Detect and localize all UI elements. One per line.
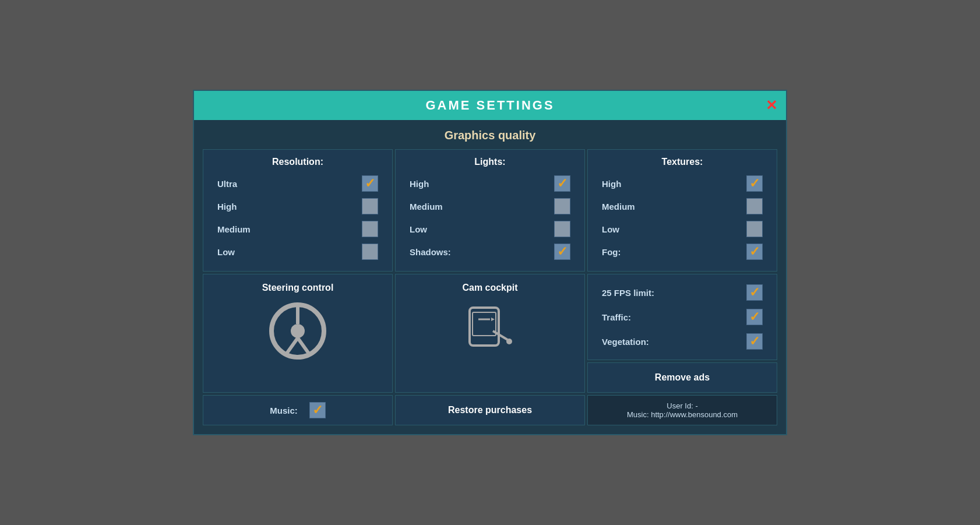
right-options-panel: 25 FPS limit: Traffic: Vegetation: <box>587 274 777 360</box>
game-settings-dialog: GAME SETTINGS ✕ Graphics quality Resolut… <box>193 90 787 435</box>
medium-res-label: Medium <box>217 224 251 234</box>
high-tex-label: High <box>602 179 621 189</box>
medium-tex-label: Medium <box>602 202 635 212</box>
low-lights-label: Low <box>410 224 427 234</box>
vegetation-row: Vegetation: <box>597 331 767 352</box>
steering-title: Steering control <box>262 283 334 293</box>
high-lights-checkbox[interactable] <box>554 175 570 192</box>
low-res-checkbox[interactable] <box>362 244 378 260</box>
cam-panel[interactable]: Cam cockpit <box>395 274 585 393</box>
graphics-grid: Resolution: Ultra High Medium Low <box>203 149 777 272</box>
fps-checkbox[interactable] <box>746 284 763 301</box>
fps-row: 25 FPS limit: <box>597 282 767 303</box>
cam-title: Cam cockpit <box>462 283 517 293</box>
option-row-low-res: Low <box>213 241 383 262</box>
music-checkbox[interactable] <box>309 402 326 418</box>
low-lights-checkbox[interactable] <box>554 221 570 237</box>
svg-line-4 <box>298 338 309 354</box>
option-row-high-res: High <box>213 196 383 217</box>
option-row-fog: Fog: <box>597 241 767 262</box>
user-id-text: User Id: - <box>667 401 697 410</box>
resolution-header: Resolution: <box>213 157 383 167</box>
option-row-medium-lights: Medium <box>405 196 575 217</box>
option-row-medium-tex: Medium <box>597 196 767 217</box>
high-res-label: High <box>217 202 237 212</box>
option-row-ultra: Ultra <box>213 173 383 194</box>
bottom-section: Steering control Cam cockpit <box>203 274 777 425</box>
medium-res-checkbox[interactable] <box>362 221 378 237</box>
user-info-panel: User Id: - Music: http://www.bensound.co… <box>587 395 777 425</box>
cam-cockpit-icon <box>461 302 519 351</box>
remove-ads-button[interactable]: Remove ads <box>587 362 777 393</box>
high-res-checkbox[interactable] <box>362 198 378 214</box>
fps-label: 25 FPS limit: <box>602 288 654 298</box>
medium-lights-checkbox[interactable] <box>554 198 570 214</box>
option-row-shadows: Shadows: <box>405 241 575 262</box>
lights-panel: Lights: High Medium Low Shadows: <box>395 149 585 272</box>
svg-rect-5 <box>470 308 499 346</box>
textures-panel: Textures: High Medium Low Fog: <box>587 149 777 272</box>
music-label: Music: <box>270 406 298 415</box>
svg-rect-6 <box>473 312 496 336</box>
option-row-medium-res: Medium <box>213 219 383 239</box>
vegetation-label: Vegetation: <box>602 337 649 347</box>
option-row-high-tex: High <box>597 173 767 194</box>
high-lights-label: High <box>410 179 429 189</box>
option-row-low-lights: Low <box>405 219 575 239</box>
fog-label: Fog: <box>602 247 621 257</box>
lights-header: Lights: <box>405 157 575 167</box>
svg-marker-10 <box>491 318 495 321</box>
close-button[interactable]: ✕ <box>766 98 777 112</box>
graphics-section-title: Graphics quality <box>203 129 777 142</box>
medium-tex-checkbox[interactable] <box>746 198 763 214</box>
medium-lights-label: Medium <box>410 202 443 212</box>
title-bar: GAME SETTINGS ✕ <box>194 91 786 120</box>
music-panel: Music: <box>203 395 393 425</box>
steering-wheel-icon <box>269 302 327 360</box>
ultra-label: Ultra <box>217 179 237 189</box>
steering-panel[interactable]: Steering control <box>203 274 393 393</box>
dialog-content: Graphics quality Resolution: Ultra High … <box>194 120 786 434</box>
restore-purchases-button[interactable]: Restore purchases <box>395 395 585 425</box>
traffic-label: Traffic: <box>602 312 631 322</box>
svg-point-1 <box>291 324 305 338</box>
ultra-checkbox[interactable] <box>362 175 378 192</box>
music-credit-text: Music: http://www.bensound.com <box>627 410 738 419</box>
shadows-checkbox[interactable] <box>554 244 570 260</box>
high-tex-checkbox[interactable] <box>746 175 763 192</box>
fog-checkbox[interactable] <box>746 244 763 260</box>
svg-point-8 <box>506 339 512 344</box>
dialog-title: GAME SETTINGS <box>425 98 554 113</box>
svg-line-3 <box>286 338 298 354</box>
option-row-high-lights: High <box>405 173 575 194</box>
low-res-label: Low <box>217 247 235 257</box>
vegetation-checkbox[interactable] <box>746 333 763 350</box>
low-tex-label: Low <box>602 224 619 234</box>
low-tex-checkbox[interactable] <box>746 221 763 237</box>
traffic-row: Traffic: <box>597 306 767 327</box>
textures-header: Textures: <box>597 157 767 167</box>
shadows-label: Shadows: <box>410 247 451 257</box>
resolution-panel: Resolution: Ultra High Medium Low <box>203 149 393 272</box>
option-row-low-tex: Low <box>597 219 767 239</box>
traffic-checkbox[interactable] <box>746 309 763 325</box>
